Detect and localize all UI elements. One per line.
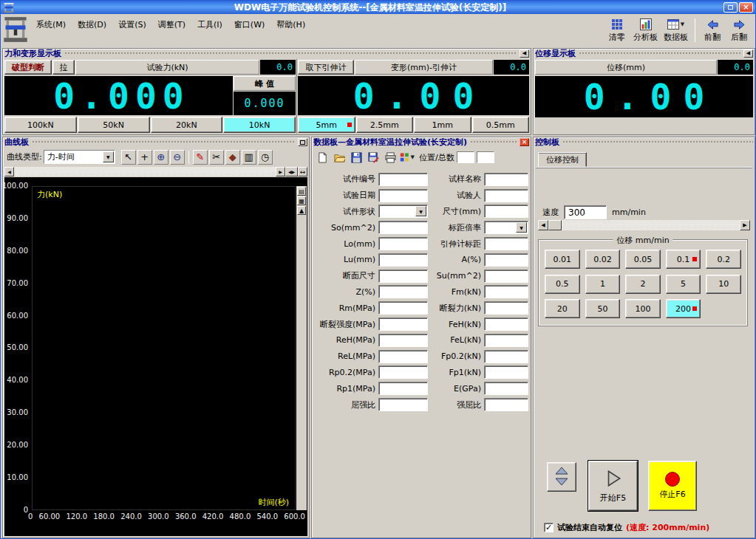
zoom-in-icon[interactable]: ⊕ [154, 150, 168, 165]
plot-area[interactable]: 力(kN) 时间(秒) [32, 186, 296, 510]
open-file-icon[interactable] [332, 150, 347, 165]
deform-range-button-2.5mm[interactable]: 2.5mm [356, 117, 414, 133]
menu-item[interactable]: 系统(M) [30, 17, 72, 32]
pen-icon[interactable]: ✎ [193, 150, 208, 165]
menu-item[interactable]: 工具(I) [191, 17, 228, 32]
field-input[interactable] [378, 270, 428, 283]
speed-button-0.05[interactable]: 0.05 [625, 250, 661, 269]
data-board-button[interactable]: ▼ 数据板 [661, 16, 691, 45]
speed-button-0.01[interactable]: 0.01 [545, 250, 580, 269]
field-input[interactable] [484, 173, 528, 186]
dropdown-arrow-icon[interactable]: ▼ [516, 222, 527, 233]
jog-updown-button[interactable] [547, 462, 576, 492]
force-range-button-100kN[interactable]: 100kN [4, 117, 77, 133]
data-board-dropdown-icon[interactable]: ▼ [681, 21, 684, 27]
speed-button-2[interactable]: 2 [625, 275, 661, 294]
zoom-out-icon[interactable]: ⊖ [170, 150, 185, 165]
new-record-icon[interactable] [315, 150, 330, 165]
page-prev-button[interactable]: 前翻 [699, 16, 726, 45]
stop-button[interactable]: 停止F6 [648, 461, 697, 511]
field-input[interactable] [484, 237, 528, 250]
remove-extensometer-button[interactable]: 取下引伸计 [298, 60, 354, 75]
field-input[interactable] [378, 398, 428, 411]
close-panel-icon[interactable]: × [520, 138, 529, 146]
field-input[interactable] [484, 253, 528, 267]
scissors-icon[interactable]: ✂ [209, 150, 224, 165]
field-input[interactable] [378, 173, 428, 186]
collapse-icon[interactable]: ◀ [520, 49, 529, 58]
field-input[interactable] [484, 189, 528, 202]
close-button[interactable]: × [739, 2, 753, 13]
field-input[interactable] [484, 398, 528, 411]
speed-button-100[interactable]: 100 [625, 299, 661, 318]
field-input[interactable] [378, 253, 428, 267]
field-input[interactable]: ▼ [484, 221, 528, 234]
analysis-board-button[interactable]: 分析板 [630, 16, 661, 45]
field-input[interactable] [484, 365, 528, 379]
field-input[interactable] [378, 350, 428, 363]
axis-grid-b-icon[interactable]: ▦ [297, 196, 306, 205]
crosshair-icon[interactable]: + [137, 150, 152, 165]
dropdown-arrow-icon[interactable]: ▼ [411, 154, 415, 160]
palette-icon[interactable]: ▼ [400, 150, 415, 165]
force-range-button-50kN[interactable]: 50kN [78, 117, 150, 133]
field-input[interactable] [484, 301, 528, 315]
menu-item[interactable]: 数据(D) [72, 17, 112, 32]
fit-width-icon[interactable]: ◀▶ [285, 167, 298, 176]
field-input[interactable] [484, 270, 528, 283]
field-input[interactable] [378, 301, 428, 315]
tab-displacement-control[interactable]: 位移控制 [538, 152, 587, 167]
scrollbar-thumb[interactable] [548, 220, 562, 230]
menu-item[interactable]: 帮助(H) [270, 17, 311, 32]
speed-button-1[interactable]: 1 [585, 275, 621, 294]
scroll-right-icon[interactable]: ▶ [276, 167, 285, 176]
force-range-button-10kN[interactable]: 10kN [223, 117, 296, 133]
field-input[interactable] [378, 221, 428, 234]
span-icon[interactable]: ↔ [298, 167, 307, 176]
axis-up-icon[interactable]: ▲ [297, 206, 306, 215]
field-input[interactable] [484, 382, 528, 395]
save-icon[interactable] [349, 150, 364, 165]
field-input[interactable] [484, 334, 528, 347]
speed-input[interactable] [564, 205, 607, 219]
field-input[interactable]: ▼ [378, 205, 428, 218]
scrollbar-track[interactable] [14, 167, 276, 176]
deform-range-button-5mm[interactable]: 5mm [298, 117, 355, 133]
menu-item[interactable]: 窗口(W) [228, 17, 270, 32]
clock-icon[interactable]: ◷ [258, 150, 273, 165]
scroll-right-icon[interactable]: ▶ [740, 220, 750, 230]
restore-panel-icon[interactable] [298, 138, 307, 146]
speed-button-200[interactable]: 200 [666, 299, 701, 318]
field-input[interactable] [378, 237, 428, 250]
deform-range-button-0.5mm[interactable]: 0.5mm [472, 117, 530, 133]
dropdown-arrow-icon[interactable]: ▼ [415, 206, 426, 216]
speed-button-20[interactable]: 20 [545, 299, 580, 318]
field-input[interactable] [378, 334, 428, 347]
speed-button-5[interactable]: 5 [666, 275, 701, 294]
field-input[interactable] [484, 317, 528, 331]
field-input[interactable] [378, 382, 428, 395]
speed-button-50[interactable]: 50 [585, 299, 621, 318]
collapse-icon[interactable]: ◀ [743, 49, 753, 58]
start-button[interactable]: 开始F5 [588, 461, 638, 511]
field-input[interactable] [378, 317, 428, 331]
auto-reset-checkbox[interactable]: ✓ [544, 523, 554, 532]
speed-button-10[interactable]: 10 [706, 275, 741, 294]
field-input[interactable] [484, 205, 528, 218]
scale-grid-icon[interactable]: ▥ [242, 150, 256, 165]
speed-button-0.5[interactable]: 0.5 [545, 275, 580, 294]
curve-type-select[interactable]: 力-时间 ▼ [44, 150, 115, 164]
cursor-icon[interactable]: ↖ [121, 150, 136, 165]
restore-button[interactable] [723, 2, 738, 13]
page-next-button[interactable]: 后翻 [726, 16, 752, 45]
speed-button-0.2[interactable]: 0.2 [706, 250, 741, 269]
dropdown-arrow-icon[interactable]: ▼ [103, 151, 114, 162]
deform-range-button-1mm[interactable]: 1mm [414, 117, 471, 133]
field-input[interactable] [378, 285, 428, 298]
clear-zero-button[interactable]: 清零 [604, 16, 630, 45]
speed-button-0.02[interactable]: 0.02 [585, 250, 621, 269]
force-range-button-20kN[interactable]: 20kN [151, 117, 223, 133]
scroll-left-icon[interactable]: ◀ [538, 220, 548, 230]
axis-grid-a-icon[interactable]: ▤ [297, 187, 306, 196]
tension-button[interactable]: 拉 [52, 60, 75, 75]
